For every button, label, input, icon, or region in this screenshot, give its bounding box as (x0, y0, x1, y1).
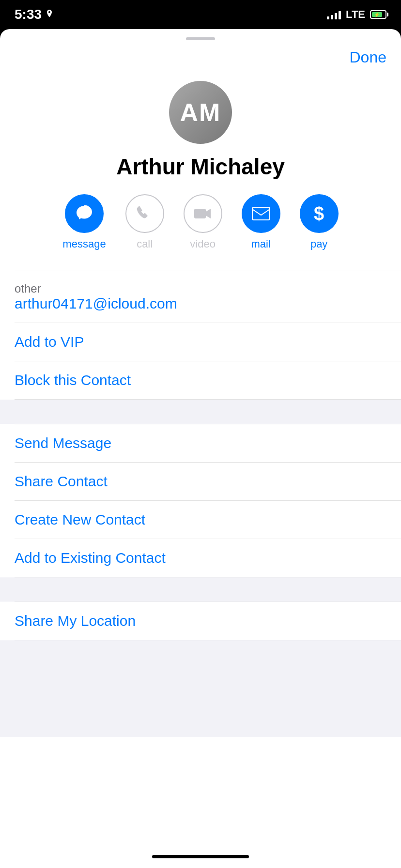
action-buttons: message call video (53, 194, 348, 250)
call-circle (125, 194, 164, 233)
action-btn-call[interactable]: call (125, 194, 164, 250)
create-new-contact-label: Create New Contact (15, 512, 145, 527)
action-btn-video[interactable]: video (184, 194, 222, 250)
call-icon (136, 204, 154, 223)
share-location-label: Share My Location (15, 613, 136, 629)
battery-bolt: ⚡ (374, 12, 380, 17)
separator-gray-2 (0, 577, 401, 602)
home-indicator (0, 845, 401, 863)
avatar-initials: AM (180, 98, 221, 127)
email-section[interactable]: other arthur04171@icloud.com (0, 270, 401, 323)
send-message-item[interactable]: Send Message (0, 424, 401, 462)
status-bar-right: LTE ⚡ (327, 8, 386, 21)
email-type-label: other (15, 282, 386, 295)
action-btn-pay[interactable]: $ pay (300, 194, 339, 250)
signal-bar-3 (335, 13, 337, 19)
share-contact-label: Share Contact (15, 473, 108, 489)
pay-icon: $ (314, 203, 324, 224)
video-label: video (190, 238, 216, 250)
action-btn-mail[interactable]: mail (242, 194, 280, 250)
signal-bar-1 (327, 16, 329, 19)
message-label: message (62, 238, 106, 250)
location-icon (46, 10, 53, 19)
add-to-vip-label: Add to VIP (15, 334, 84, 350)
battery-fill: ⚡ (372, 12, 382, 17)
add-to-vip-item[interactable]: Add to VIP (0, 323, 401, 361)
avatar: AM (169, 81, 232, 144)
share-location-item[interactable]: Share My Location (0, 602, 401, 640)
contact-section: AM Arthur Michaley message (0, 71, 401, 270)
signal-bars (327, 10, 341, 19)
action-btn-message[interactable]: message (62, 194, 106, 250)
sheet-handle-area (0, 29, 401, 44)
send-message-label: Send Message (15, 435, 111, 451)
mail-circle (242, 194, 280, 233)
block-contact-label: Block this Contact (15, 372, 131, 388)
sheet-handle (186, 37, 215, 40)
email-value: arthur04171@icloud.com (15, 295, 386, 312)
block-contact-item[interactable]: Block this Contact (0, 361, 401, 399)
video-circle (184, 194, 222, 233)
svg-rect-0 (194, 209, 206, 218)
done-button[interactable]: Done (350, 48, 387, 66)
mail-label: mail (251, 238, 270, 250)
separator-gray-1 (0, 400, 401, 424)
signal-bar-4 (339, 11, 341, 19)
lte-label: LTE (346, 8, 365, 21)
home-bar (152, 855, 249, 858)
call-label: call (137, 238, 153, 250)
header: Done (0, 44, 401, 71)
signal-bar-2 (331, 15, 333, 19)
status-bar-left: 5:33 (15, 7, 53, 22)
svg-rect-1 (252, 207, 270, 220)
pay-circle: $ (300, 194, 339, 233)
sheet-container: Done AM Arthur Michaley message (0, 29, 401, 868)
status-bar: 5:33 LTE ⚡ (0, 0, 401, 29)
time-display: 5:33 (15, 7, 42, 22)
battery-icon: ⚡ (370, 10, 386, 19)
pay-label: pay (310, 238, 327, 250)
bottom-gray-fill (0, 640, 401, 737)
add-existing-contact-label: Add to Existing Contact (15, 550, 166, 566)
message-circle (65, 194, 104, 233)
contact-name: Arthur Michaley (116, 154, 285, 180)
create-new-contact-item[interactable]: Create New Contact (0, 501, 401, 539)
video-icon (193, 207, 213, 220)
battery-container: ⚡ (370, 10, 386, 19)
add-existing-contact-item[interactable]: Add to Existing Contact (0, 539, 401, 577)
mail-icon (251, 206, 271, 221)
message-icon (75, 204, 93, 223)
share-contact-item[interactable]: Share Contact (0, 463, 401, 500)
